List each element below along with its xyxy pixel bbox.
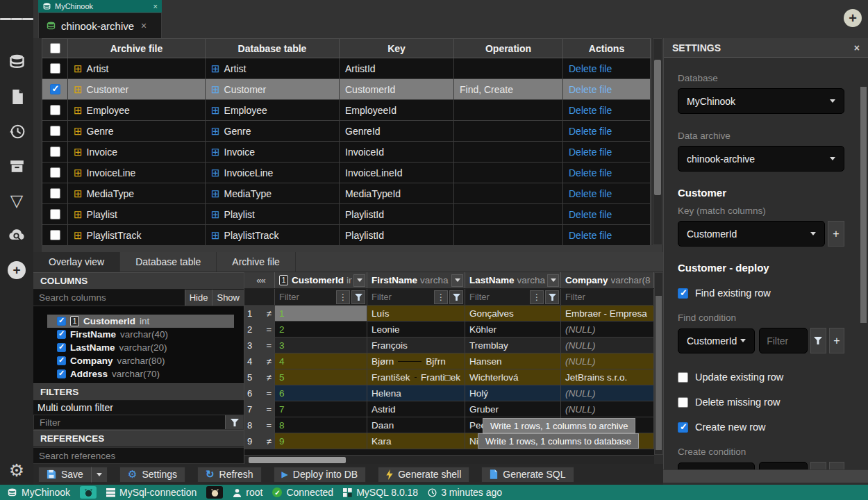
add-key-column-button[interactable]: + xyxy=(828,221,844,247)
delete-file-link[interactable]: Delete file xyxy=(569,147,612,158)
key-column-select[interactable]: CustomerId xyxy=(678,221,825,247)
tab-archive-file[interactable]: Archive file xyxy=(217,252,295,272)
scrollbar-thumb[interactable] xyxy=(654,60,661,195)
generate-shell-button[interactable]: Generate shell xyxy=(378,467,469,483)
column-item-selected[interactable]: 1 CustomerId int xyxy=(47,315,234,328)
grid-vertical-scrollbar[interactable] xyxy=(654,272,663,455)
status-connected[interactable]: ✓ Connected xyxy=(272,487,333,498)
table-row[interactable]: ⊞PlaylistTrack ⊞PlaylistTrack PlaylistId… xyxy=(42,225,651,246)
cell-lastname[interactable]: Wichterlová xyxy=(465,369,561,385)
tab-chinook-archive[interactable]: chinook-archive × xyxy=(38,12,162,38)
cell-company[interactable]: JetBrains s.r.o. xyxy=(561,369,654,385)
cell-company[interactable]: (NULL) xyxy=(561,353,654,369)
filter-menu-button[interactable]: ⋮ xyxy=(434,290,448,304)
create-new-checkbox[interactable] xyxy=(678,422,688,433)
tab-overlay-view[interactable]: Overlay view xyxy=(33,252,120,272)
row-checkbox[interactable] xyxy=(50,147,60,157)
add-tab-button[interactable]: + xyxy=(844,9,862,27)
update-existing-row-option[interactable]: Update existing row xyxy=(678,372,844,383)
close-icon[interactable]: × xyxy=(854,42,860,53)
filter-input[interactable]: Filter xyxy=(561,292,653,302)
data-archive-select[interactable]: chinook-archive xyxy=(678,146,844,172)
filter-funnel-button[interactable] xyxy=(545,290,559,304)
grid-row[interactable]: 5≠ 5 FrantišekFranti□ek Wichterlová JetB… xyxy=(244,369,654,385)
row-checkbox[interactable] xyxy=(50,188,60,199)
cell-firstname[interactable]: Helena xyxy=(367,385,465,401)
grid-col-lastname[interactable]: LastName varcha xyxy=(465,272,561,288)
cell-lastname[interactable]: Tremblay xyxy=(465,338,561,353)
delete-file-link[interactable]: Delete file xyxy=(569,63,612,74)
settings-scrollbar[interactable] xyxy=(860,87,867,476)
table-row[interactable]: ⊞Invoice ⊞Invoice InvoiceId Delete file xyxy=(42,142,651,162)
cell-firstname[interactable]: François xyxy=(367,338,465,353)
save-button[interactable]: Save xyxy=(38,467,92,483)
delete-file-link[interactable]: Delete file xyxy=(569,209,612,220)
add-find-condition-button[interactable]: + xyxy=(829,328,844,353)
cell-company[interactable]: (NULL) xyxy=(561,338,654,353)
column-item[interactable]: Company varchar(80) xyxy=(57,354,244,367)
delete-file-link[interactable]: Delete file xyxy=(569,188,612,199)
tab-mychinook[interactable]: MyChinook × xyxy=(38,0,162,12)
cell-firstname[interactable]: Astrid xyxy=(367,401,465,417)
grid-row[interactable]: 6= 6 Helena Holý (NULL) xyxy=(244,385,654,401)
column-menu-button[interactable] xyxy=(547,274,559,287)
cell-lastname[interactable]: Holý xyxy=(465,385,561,401)
container-icon[interactable] xyxy=(80,486,97,499)
add-circle-icon[interactable]: + xyxy=(0,258,33,282)
grid-col-company[interactable]: Company varchar(8 xyxy=(561,272,654,288)
cell-firstname[interactable]: Luís xyxy=(367,306,465,321)
col-operation[interactable]: Operation xyxy=(454,39,563,58)
row-checkbox[interactable] xyxy=(50,209,60,219)
cell-firstname[interactable]: Daan xyxy=(367,417,465,433)
col-key[interactable]: Key xyxy=(340,39,454,58)
filter-funnel-button[interactable] xyxy=(351,290,365,304)
filter-funnel-button[interactable] xyxy=(225,415,243,429)
row-checkbox[interactable] xyxy=(50,84,60,94)
column-item[interactable]: LastName varchar(20) xyxy=(57,341,244,354)
table-row[interactable]: ⊞MediaType ⊞MediaType MediaTypeId Delete… xyxy=(42,183,651,204)
table-row[interactable]: ⊞InvoiceLine ⊞InvoiceLine InvoiceLineId … xyxy=(42,162,651,183)
find-condition-filter-input[interactable]: Filter xyxy=(759,328,808,353)
grid-row[interactable]: 3= 3 François Tremblay (NULL) xyxy=(244,338,654,353)
select-all-checkbox[interactable] xyxy=(50,43,60,53)
cell-company[interactable]: (NULL) xyxy=(561,385,654,401)
update-existing-checkbox[interactable] xyxy=(678,372,688,383)
grid-row[interactable]: 4≠ 4 BjørnBjřrn Hansen (NULL) xyxy=(244,353,654,369)
filter-input[interactable]: Filter xyxy=(465,292,530,302)
filter-input[interactable]: Filter xyxy=(367,292,434,302)
cell-customerid[interactable]: 4 xyxy=(275,353,367,369)
scrollbar-thumb[interactable] xyxy=(656,296,662,450)
cell-lastname[interactable]: Hansen xyxy=(465,353,561,369)
deploy-button[interactable]: ▶ Deploy into DB xyxy=(274,467,367,483)
find-existing-checkbox[interactable] xyxy=(678,288,688,299)
grid-horizontal-scrollbar[interactable] xyxy=(244,455,654,464)
cell-customerid[interactable]: 3 xyxy=(275,338,367,353)
grid-col-customerid[interactable]: 1 CustomerId int xyxy=(275,272,367,288)
database-icon[interactable] xyxy=(0,50,33,74)
cell-customerid[interactable]: 1 xyxy=(275,306,367,321)
scrollbar-thumb[interactable] xyxy=(249,457,346,463)
column-checkbox[interactable] xyxy=(57,369,66,378)
column-item[interactable]: Address varchar(70) xyxy=(57,367,244,381)
cell-company[interactable]: (NULL) xyxy=(561,401,654,417)
status-database[interactable]: MyChinook xyxy=(7,487,70,498)
delete-file-link[interactable]: Delete file xyxy=(569,105,612,116)
scrollbar-thumb[interactable] xyxy=(860,87,867,323)
columns-section-header[interactable]: COLUMNS xyxy=(33,272,244,290)
column-checkbox[interactable] xyxy=(57,317,66,326)
search-references-input[interactable]: Search references xyxy=(33,448,244,463)
find-condition-funnel-button[interactable] xyxy=(810,328,826,353)
settings-gear-icon[interactable]: ⚙ xyxy=(0,458,33,482)
delete-missing-checkbox[interactable] xyxy=(678,397,688,408)
hide-button[interactable]: Hide xyxy=(185,290,212,306)
search-columns-input[interactable]: Search columns xyxy=(33,290,185,306)
cell-firstname-diff[interactable]: BjørnBjřrn xyxy=(367,353,465,369)
references-section-header[interactable]: REFERENCES xyxy=(33,430,244,447)
archive-table-scrollbar[interactable] xyxy=(653,38,662,245)
status-connection[interactable]: MySql-connection xyxy=(106,487,197,498)
row-checkbox[interactable] xyxy=(50,63,60,74)
cell-company[interactable]: Embraer - Empresa xyxy=(561,306,654,321)
database-select[interactable]: MyChinook xyxy=(678,88,844,114)
row-checkbox[interactable] xyxy=(50,105,60,115)
cell-customerid[interactable]: 6 xyxy=(275,385,367,401)
